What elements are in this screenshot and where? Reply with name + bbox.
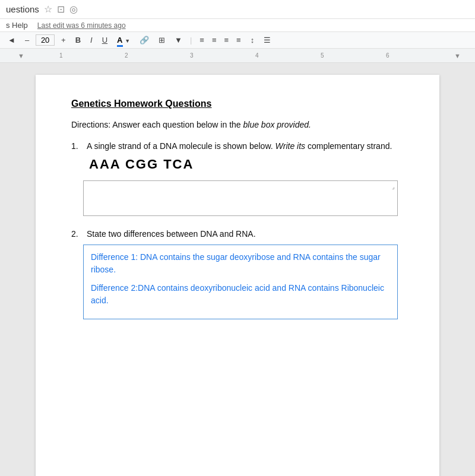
app-window: uestions ☆ ⊡ ◎ s Help Last edit was 6 mi…: [0, 0, 475, 476]
answer-2-diff2: Difference 2:DNA contains deoxyribonucle…: [91, 282, 390, 307]
align-left-btn[interactable]: ≡: [197, 34, 207, 46]
align-icons: ≡ ≡ ≡ ≡: [197, 34, 243, 46]
dna-strand-display: AAA CGG TCA: [89, 157, 404, 172]
ruler-arrow: ▼: [18, 52, 24, 59]
document-page: Genetics Homework Questions Directions: …: [36, 75, 439, 476]
question-1-text: 1. A single strand of a DNA molecule is …: [71, 141, 404, 151]
document-title-short: uestions: [6, 4, 39, 14]
image-drop-btn[interactable]: ▼: [172, 34, 185, 46]
toolbar-separator-1: |: [190, 36, 192, 45]
question-1-body: A single strand of a DNA molecule is sho…: [87, 141, 392, 151]
last-edit-label: Last edit was 6 minutes ago: [37, 21, 126, 30]
color-picker-icon: ▼: [125, 38, 130, 44]
document-area: Genetics Homework Questions Directions: …: [0, 63, 475, 476]
link-btn[interactable]: 🔗: [137, 34, 152, 46]
answer-box-1[interactable]: ⌟: [83, 180, 398, 216]
list-btn[interactable]: ☰: [261, 34, 274, 46]
underline-btn[interactable]: U: [99, 34, 110, 46]
ruler: ▼ 1 2 3 4 5 6 ▼: [0, 49, 475, 63]
question-1-block: 1. A single strand of a DNA molecule is …: [71, 141, 404, 216]
font-color-btn[interactable]: A ▼: [114, 34, 133, 46]
line-spacing-btn[interactable]: ↕: [248, 34, 258, 46]
directions-prefix: Directions: Answer each question below i…: [71, 120, 243, 129]
question-2-block: 2. State two differences between DNA and…: [71, 229, 404, 319]
star-icon[interactable]: ☆: [44, 4, 52, 15]
question-2-body: State two differences between DNA and RN…: [87, 229, 256, 239]
bold-btn[interactable]: B: [72, 34, 84, 46]
font-size-value[interactable]: 20: [36, 34, 55, 46]
question-2-text: 2. State two differences between DNA and…: [71, 229, 404, 239]
toolbar: ◄ – 20 + B I U A ▼ 🔗 ⊞ ▼ | ≡ ≡ ≡ ≡ ↕ ☰: [0, 32, 475, 49]
directions-text: Directions: Answer each question below i…: [71, 120, 404, 129]
arrow-left-btn[interactable]: ◄: [5, 34, 18, 46]
ruler-mark-3: 3: [190, 52, 194, 59]
question-2-number: 2.: [71, 229, 83, 239]
bookmark-icon[interactable]: ⊡: [57, 4, 65, 15]
font-color-a: A: [117, 36, 122, 47]
dash-btn[interactable]: –: [22, 34, 32, 46]
font-size-area: 20: [36, 34, 55, 46]
ruler-arrow-right: ▼: [454, 52, 461, 59]
answer-2-diff1: Difference 1: DNA contains the sugar deo…: [91, 251, 390, 276]
ruler-marks: ▼ 1 2 3 4 5 6 ▼: [12, 49, 463, 62]
ruler-mark-5: 5: [321, 52, 324, 59]
align-justify-btn[interactable]: ≡: [233, 34, 244, 46]
ruler-mark-2: 2: [125, 52, 128, 59]
help-menu[interactable]: s Help: [6, 21, 28, 30]
title-bar: uestions ☆ ⊡ ◎: [0, 0, 475, 19]
directions-blue: blue box provided.: [243, 120, 311, 129]
ruler-mark-1: 1: [59, 52, 63, 59]
align-center-btn[interactable]: ≡: [209, 34, 220, 46]
italic-btn[interactable]: I: [87, 34, 96, 46]
image-btn[interactable]: ⊞: [156, 34, 168, 46]
document-heading: Genetics Homework Questions: [71, 99, 404, 109]
cloud-icon[interactable]: ◎: [69, 4, 78, 15]
ruler-mark-4: 4: [255, 52, 259, 59]
align-right-btn[interactable]: ≡: [221, 34, 232, 46]
question-1-number: 1.: [71, 141, 83, 151]
resize-corner-icon: ⌟: [392, 183, 395, 190]
ruler-mark-6: 6: [386, 52, 390, 59]
plus-btn[interactable]: +: [58, 34, 69, 46]
menu-bar: s Help Last edit was 6 minutes ago: [0, 19, 475, 32]
answer-box-2[interactable]: Difference 1: DNA contains the sugar deo…: [83, 245, 398, 319]
